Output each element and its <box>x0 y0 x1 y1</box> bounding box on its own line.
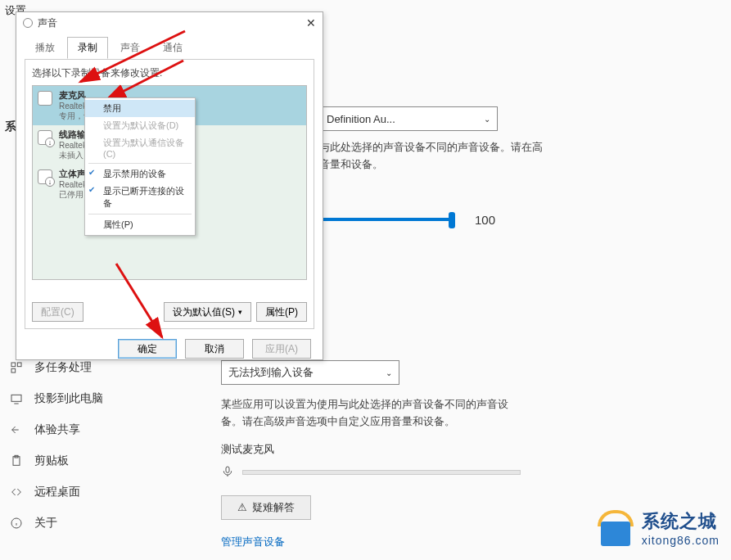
watermark-title: 系统之城 <box>642 509 720 534</box>
dialog-instruction: 选择以下录制设备来修改设置: <box>32 66 307 80</box>
sidebar-item-shared-experiences[interactable]: 体验共享 <box>7 414 196 445</box>
warning-icon: ⚠ <box>237 501 247 513</box>
svg-rect-0 <box>11 363 16 367</box>
chevron-down-icon: ⌄ <box>484 115 490 124</box>
close-button[interactable]: ✕ <box>306 16 316 29</box>
device-context-menu: 禁用 设置为默认设备(D) 设置为默认通信设备(C) ✔ 显示禁用的设备 ✔ 显… <box>84 97 196 236</box>
sound-dialog-icon <box>23 18 33 28</box>
sidebar-label: 剪贴板 <box>34 454 69 468</box>
watermark-url: xitong86.com <box>642 534 720 547</box>
share-icon <box>10 423 23 436</box>
ctx-set-default-device[interactable]: 设置为默认设备(D) <box>85 117 195 134</box>
ctx-show-disconnected[interactable]: ✔ 显示已断开连接的设备 <box>85 183 195 212</box>
tab-recording[interactable]: 录制 <box>67 37 108 59</box>
clipboard-icon <box>10 454 23 467</box>
watermark: 系统之城 xitong86.com <box>598 509 720 547</box>
sidebar-item-remote-desktop[interactable]: 远程桌面 <box>7 476 196 508</box>
tab-playback[interactable]: 播放 <box>25 37 65 59</box>
test-mic-label: 测试麦克风 <box>221 442 715 457</box>
troubleshoot-label: 疑难解答 <box>252 500 295 515</box>
output-device-dropdown[interactable]: Definition Au... ⌄ <box>319 106 498 131</box>
ok-button[interactable]: 确定 <box>118 339 177 359</box>
configure-button[interactable]: 配置(C) <box>32 302 83 322</box>
properties-button[interactable]: 属性(P) <box>256 302 307 322</box>
ctx-properties[interactable]: 属性(P) <box>85 216 195 233</box>
ctx-set-default-comm-device[interactable]: 设置为默认通信设备(C) <box>85 134 195 161</box>
sidebar-label: 远程桌面 <box>34 485 80 499</box>
slider-thumb[interactable] <box>449 212 455 228</box>
remote-icon <box>10 485 23 499</box>
svg-rect-7 <box>226 467 229 472</box>
ctx-disable[interactable]: 禁用 <box>85 100 195 117</box>
set-default-button[interactable]: 设为默认值(S) <box>164 302 251 322</box>
tab-communications[interactable]: 通信 <box>152 37 193 59</box>
ctx-show-disabled[interactable]: ✔ 显示禁用的设备 <box>85 165 195 183</box>
watermark-logo-icon <box>598 510 634 546</box>
stereomix-device-icon <box>38 169 52 184</box>
input-device-value: 无法找到输入设备 <box>228 365 314 380</box>
output-description: 与此处选择的声音设备不同的声音设备。请在高 音量和设备。 <box>319 139 622 174</box>
manage-sound-devices-link[interactable]: 管理声音设备 <box>221 535 285 549</box>
svg-rect-2 <box>11 368 16 373</box>
output-device-value: Definition Au... <box>327 113 395 125</box>
dialog-title: 声音 <box>38 16 57 30</box>
sidebar-item-projecting[interactable]: 投影到此电脑 <box>7 383 196 414</box>
input-description: 某些应用可以设置为使用与此处选择的声音设备不同的声音设备。请在高级声音选项中自定… <box>221 396 524 431</box>
check-icon: ✔ <box>88 185 95 194</box>
troubleshoot-button[interactable]: ⚠ 疑难解答 <box>221 495 311 520</box>
tab-sounds[interactable]: 声音 <box>110 37 151 59</box>
volume-value: 100 <box>475 213 495 227</box>
sidebar-item-clipboard[interactable]: 剪贴板 <box>7 445 196 476</box>
sidebar-label: 体验共享 <box>34 422 80 437</box>
info-icon <box>10 517 23 530</box>
mic-level-bar <box>242 470 521 475</box>
chevron-down-icon: ⌄ <box>386 368 392 377</box>
dialog-tabs: 播放 录制 声音 通信 <box>16 34 323 59</box>
check-icon: ✔ <box>88 168 95 177</box>
apply-button[interactable]: 应用(A) <box>252 339 311 359</box>
microphone-icon <box>221 465 234 481</box>
project-icon <box>10 392 23 405</box>
sidebar-label: 关于 <box>34 516 57 531</box>
linein-device-icon <box>38 130 52 145</box>
mic-device-icon <box>38 91 52 106</box>
cancel-button[interactable]: 取消 <box>185 339 244 359</box>
svg-rect-3 <box>11 395 21 401</box>
sidebar-label: 投影到此电脑 <box>34 391 103 406</box>
sidebar-item-about[interactable]: 关于 <box>7 508 196 539</box>
